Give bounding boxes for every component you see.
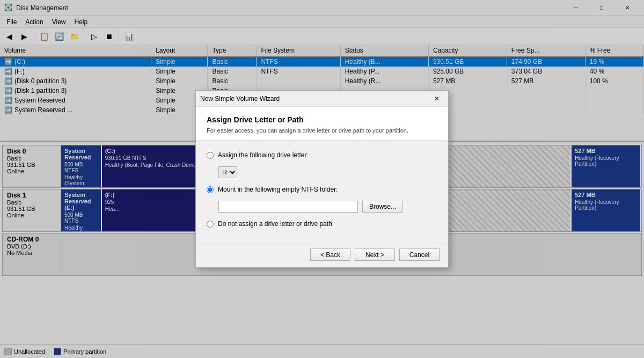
dialog-header-title: Assign Drive Letter or Path [207, 115, 437, 124]
label-mount-folder[interactable]: Mount in the following empty NTFS folder… [218, 186, 338, 193]
dialog-body: Assign the following drive letter: H Mou… [196, 141, 448, 244]
browse-button[interactable]: Browse... [362, 201, 403, 213]
drive-letter-select[interactable]: H [218, 166, 237, 178]
drive-letter-row: H [218, 166, 437, 178]
dialog-header-desc: For easier access, you can assign a driv… [207, 127, 437, 134]
dialog-close-button[interactable]: ✕ [430, 93, 444, 105]
label-no-letter[interactable]: Do not assign a drive letter or drive pa… [218, 220, 332, 228]
dialog-header: Assign Drive Letter or Path For easier a… [196, 107, 448, 141]
back-button[interactable]: < Back [310, 249, 350, 261]
radio-no-letter[interactable] [207, 221, 214, 228]
next-button[interactable]: Next > [355, 249, 395, 261]
cancel-button[interactable]: Cancel [399, 249, 440, 261]
radio-assign-letter[interactable] [207, 152, 214, 159]
folder-row: Browse... [218, 201, 437, 213]
option-assign-letter: Assign the following drive letter: [207, 151, 437, 159]
label-assign-letter[interactable]: Assign the following drive letter: [218, 151, 309, 159]
dialog-title-bar: New Simple Volume Wizard ✕ [196, 91, 448, 107]
folder-path-input[interactable] [218, 201, 358, 213]
dialog-title-text: New Simple Volume Wizard [200, 95, 430, 103]
new-volume-wizard-dialog: New Simple Volume Wizard ✕ Assign Drive … [195, 90, 449, 268]
dialog-footer: < Back Next > Cancel [196, 244, 448, 267]
dialog-overlay: New Simple Volume Wizard ✕ Assign Drive … [0, 0, 644, 358]
option-mount-folder: Mount in the following empty NTFS folder… [207, 186, 437, 193]
option-no-letter: Do not assign a drive letter or drive pa… [207, 220, 437, 228]
radio-mount-folder[interactable] [207, 186, 214, 193]
